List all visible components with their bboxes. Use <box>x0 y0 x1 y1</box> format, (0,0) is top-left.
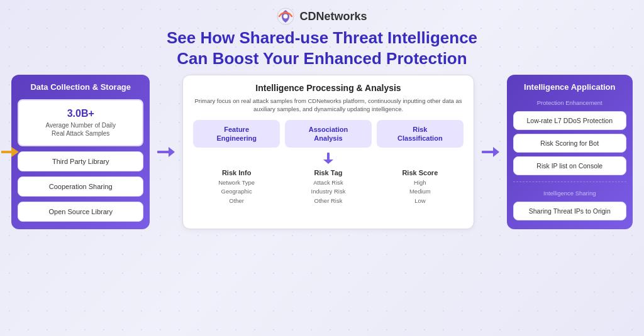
left-col-title: Data Collection & Storage <box>18 82 143 92</box>
svg-rect-2 <box>157 151 170 153</box>
middle-col-desc: Primary focus on real attack samples fro… <box>193 97 464 114</box>
svg-point-1 <box>284 14 288 19</box>
app-item: Low-rate L7 DDoS Protection <box>513 111 626 130</box>
process-box-feature: Feature Engineering <box>193 120 280 148</box>
list-item: Cooperation Sharing <box>18 176 143 197</box>
logo-row: CDNetworks <box>277 8 367 25</box>
stats-label: Average Number of DailyReal Attack Sampl… <box>24 121 137 138</box>
sharing-label: Intelligence Sharing <box>513 190 626 197</box>
arrow-middle-to-right <box>480 75 501 229</box>
process-box-risk: Risk Classification <box>377 120 464 148</box>
arrow-down-container <box>193 153 464 164</box>
stats-number: 3.0B+ <box>24 108 137 119</box>
detail-box-risk-info: Risk Info Network TypeGeographicOther <box>193 165 280 209</box>
svg-rect-4 <box>327 153 330 160</box>
process-box-association: Association Analysis <box>285 120 372 148</box>
svg-rect-6 <box>482 151 494 153</box>
middle-col-title: Intelligence Processing & Analysis <box>193 83 464 93</box>
app-item: Risk IP list on Console <box>513 156 626 175</box>
protection-label: Protection Enhancement <box>513 99 626 106</box>
list-item: Open Source Library <box>18 202 143 222</box>
logo-icon <box>277 8 294 25</box>
detail-row: Risk Info Network TypeGeographicOther Ri… <box>193 165 464 209</box>
right-column: Intelligence Application Protection Enha… <box>507 75 633 229</box>
arrow-left-to-middle <box>156 75 176 229</box>
columns-container: Data Collection & Storage 3.0B+ Average … <box>6 75 638 229</box>
app-item: Sharing Threat IPs to Origin <box>513 202 626 220</box>
header: CDNetworks See How Shared-use Threat Int… <box>167 0 477 68</box>
detail-box-risk-tag: Risk Tag Attack RiskIndustry RiskOther R… <box>285 165 372 209</box>
main-container: CDNetworks See How Shared-use Threat Int… <box>0 0 644 336</box>
detail-items-risk-score: HighMediumLow <box>379 178 461 205</box>
left-column: Data Collection & Storage 3.0B+ Average … <box>11 75 150 229</box>
svg-marker-7 <box>493 147 499 157</box>
list-item: Third Party Library <box>18 151 143 171</box>
detail-items-risk-tag: Attack RiskIndustry RiskOther Risk <box>287 178 369 205</box>
main-title: See How Shared-use Threat Intelligence C… <box>167 28 477 68</box>
logo-text: CDNetworks <box>299 10 367 23</box>
stats-box: 3.0B+ Average Number of DailyReal Attack… <box>18 99 143 146</box>
detail-items-risk-info: Network TypeGeographicOther <box>196 178 277 205</box>
svg-marker-3 <box>169 147 175 157</box>
svg-marker-5 <box>323 160 333 164</box>
process-row: Feature Engineering Association Analysis… <box>193 120 464 148</box>
middle-column: Intelligence Processing & Analysis Prima… <box>182 75 474 229</box>
detail-box-risk-score: Risk Score HighMediumLow <box>377 165 464 209</box>
app-item: Risk Scoring for Bot <box>513 134 626 153</box>
right-col-title: Intelligence Application <box>513 82 626 92</box>
divider <box>513 182 626 182</box>
